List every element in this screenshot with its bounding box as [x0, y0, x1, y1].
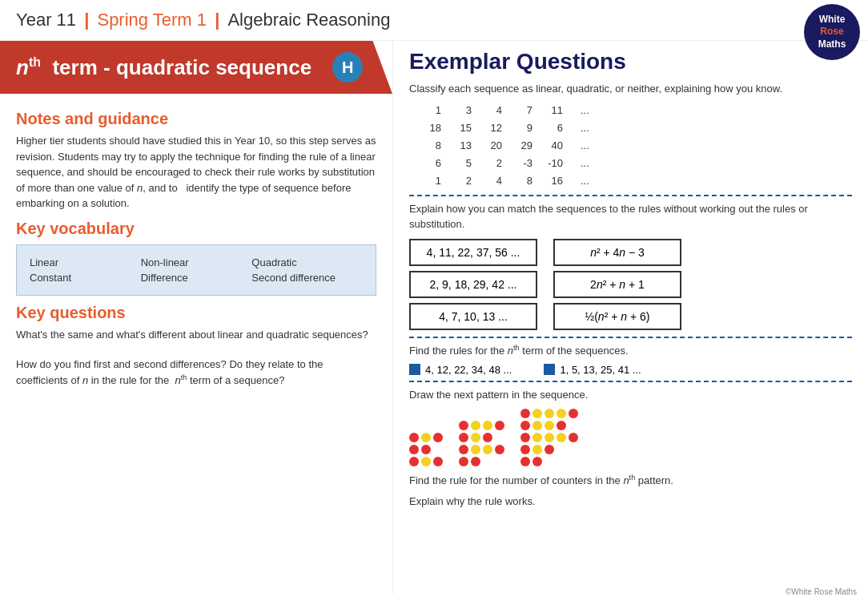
- dot: [532, 433, 542, 442]
- dot: [569, 433, 578, 442]
- q5-text: Find the rule for the number of counters…: [409, 473, 852, 489]
- dot-row: [520, 445, 578, 454]
- dot-pattern-3: [520, 409, 578, 466]
- dots-container: [409, 409, 852, 466]
- sequences-table: 1 18 8 6 1 3 15 13 5 2 4 12 20 2 4 7: [425, 102, 852, 190]
- topic-header: nth term - quadratic sequence H: [0, 41, 392, 94]
- match-left: 4, 11, 22, 37, 56 ... 2, 9, 18, 29, 42 .…: [409, 239, 537, 330]
- dot: [471, 433, 480, 442]
- notes-title: Notes and guidance: [16, 110, 376, 128]
- logo-rose: Rose: [820, 26, 843, 38]
- vocab-quadratic: Quadratic: [251, 256, 363, 268]
- q3-text: Find the rules for the nth term of the s…: [409, 343, 852, 359]
- dot: [483, 421, 492, 430]
- seq-col-4: 7 9 29 -3 8: [516, 102, 532, 190]
- dot: [421, 457, 431, 466]
- notes-body: Higher tier students should have studied…: [16, 133, 376, 212]
- dot-row: [520, 421, 578, 430]
- dot: [532, 409, 542, 418]
- right-panel: Exemplar Questions Classify each sequenc…: [392, 41, 868, 594]
- vocab-constant: Constant: [30, 272, 141, 284]
- q1-text: Classify each sequence as linear, quadra…: [409, 81, 852, 97]
- dot: [557, 421, 566, 430]
- dot: [409, 433, 419, 442]
- dot: [409, 445, 419, 454]
- seq3a-text: 4, 12, 22, 34, 48 ...: [425, 364, 512, 376]
- vocab-row-1: Linear Non-linear Quadratic: [30, 256, 363, 268]
- dot-row: [459, 445, 504, 454]
- dot-pattern-1: [409, 433, 443, 466]
- seq-col-2: 3 15 13 5 2: [456, 102, 472, 190]
- dot-row: [409, 433, 443, 442]
- vocab-linear: Linear: [30, 256, 141, 268]
- dot: [471, 421, 480, 430]
- q4-text: Draw the next pattern in the sequence.: [409, 387, 852, 403]
- question-1: What's the same and what's different abo…: [16, 327, 376, 343]
- dot: [520, 409, 530, 418]
- left-content: Notes and guidance Higher tier students …: [0, 94, 392, 396]
- questions-title: Key questions: [16, 304, 376, 322]
- question-2: How do you find first and second differe…: [16, 357, 376, 388]
- dot-row: [459, 421, 504, 430]
- spring-term: Spring Term 1: [97, 10, 207, 30]
- dot: [545, 421, 554, 430]
- dot-row: [459, 433, 504, 442]
- dot: [433, 457, 443, 466]
- divider-3: [409, 381, 852, 382]
- dot: [520, 433, 530, 442]
- dot-row: [409, 457, 443, 466]
- match-formula-2: 2n² + n + 1: [553, 271, 681, 298]
- blue-square-2: [544, 364, 555, 375]
- dot: [471, 445, 480, 454]
- dot: [520, 445, 530, 454]
- match-formula-1: n² + 4n − 3: [553, 239, 681, 266]
- match-box-2: 2, 9, 18, 29, 42 ...: [409, 271, 537, 298]
- dot: [421, 433, 431, 442]
- dot: [520, 421, 530, 430]
- dot-row: [520, 409, 578, 418]
- topic-title: nth term - quadratic sequence: [16, 55, 311, 80]
- copyright: ©White Rose Maths: [786, 587, 857, 596]
- divider-2: [409, 337, 852, 338]
- vocab-nonlinear: Non-linear: [141, 256, 252, 268]
- seq-ellipsis: ... ... ... ... ...: [581, 102, 589, 190]
- dot: [459, 445, 468, 454]
- dot: [433, 433, 443, 442]
- dot: [545, 409, 554, 418]
- match-formula-3: ½(n² + n + 6): [553, 303, 681, 330]
- seq3b-item: 1, 5, 13, 25, 41 ...: [544, 364, 641, 376]
- dot: [532, 457, 542, 466]
- dot-row: [520, 433, 578, 442]
- dot: [459, 421, 468, 430]
- dot-row: [520, 457, 578, 466]
- blue-square-1: [409, 364, 420, 375]
- dot: [471, 457, 480, 466]
- seq-col-3: 4 12 20 2 4: [486, 102, 502, 190]
- exemplar-title: Exemplar Questions: [409, 49, 852, 75]
- match-box-1: 4, 11, 22, 37, 56 ...: [409, 239, 537, 266]
- header-title: Year 11 | Spring Term 1 | Algebraic Reas…: [16, 10, 390, 30]
- dot: [532, 445, 542, 454]
- dot: [459, 433, 468, 442]
- dot-row: [459, 457, 504, 466]
- dot: [545, 433, 554, 442]
- dot: [532, 421, 542, 430]
- dot: [495, 421, 504, 430]
- page-header: Year 11 | Spring Term 1 | Algebraic Reas…: [0, 0, 868, 41]
- match-box-3: 4, 7, 10, 13 ...: [409, 303, 537, 330]
- q5-explain: Explain why the rule works.: [409, 494, 852, 510]
- dot: [557, 409, 566, 418]
- left-panel: nth term - quadratic sequence H Notes an…: [0, 41, 392, 594]
- main-content: nth term - quadratic sequence H Notes an…: [0, 41, 868, 594]
- pipe1: |: [84, 10, 94, 30]
- dot: [421, 445, 431, 454]
- dot-pattern-2: [459, 421, 504, 466]
- logo-maths: Maths: [818, 38, 846, 51]
- vocab-table: Linear Non-linear Quadratic Constant Dif…: [16, 244, 376, 296]
- topic-label: Algebraic Reasoning: [227, 10, 390, 30]
- seq-col-1: 1 18 8 6 1: [425, 102, 441, 190]
- dot: [409, 457, 419, 466]
- find-rules: 4, 12, 22, 34, 48 ... 1, 5, 13, 25, 41 .…: [409, 364, 852, 376]
- seq-col-5: 11 6 40 -10 16: [547, 102, 563, 190]
- year-label: Year 11: [16, 10, 76, 30]
